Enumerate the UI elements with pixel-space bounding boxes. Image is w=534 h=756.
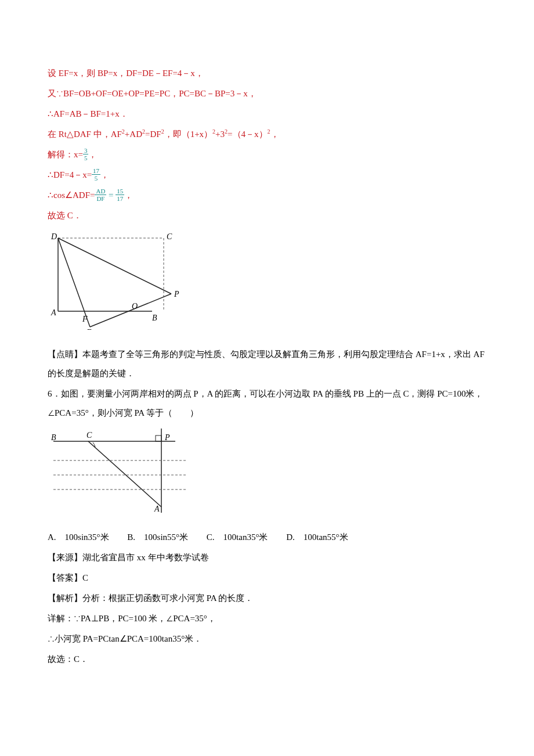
sol-line-5: 解得：x=35， (48, 145, 486, 164)
denominator: 17 (116, 195, 124, 202)
svg-text:A: A (154, 505, 160, 513)
text: ， (100, 170, 109, 179)
question-6-options: A. 100sin35°米 B. 100sin55°米 C. 100tan35°… (48, 528, 486, 547)
svg-rect-18 (156, 435, 161, 441)
text: +3 (215, 129, 225, 139)
analysis-text: 【解析】分析：根据正切函数可求小河宽 PA 的长度． (48, 589, 486, 608)
text: ， (88, 150, 97, 159)
sol-line-7: ∴cos∠ADF=ADDF = 1517， (48, 186, 486, 205)
svg-text:E: E (86, 328, 92, 330)
question-6-stem: 6．如图，要测量小河两岸相对的两点 P，A 的距离，可以在小河边取 PA 的垂线… (48, 384, 486, 423)
svg-text:B: B (51, 433, 56, 442)
numerator: 17 (92, 167, 100, 175)
option-b: B. 100sin55°米 (127, 532, 188, 542)
dianjing-text: 【点睛】本题考查了全等三角形的判定与性质、勾股定理以及解直角三角形，利用勾股定理… (48, 345, 486, 383)
answer-text: 【答案】C (48, 568, 486, 588)
sol-line-4: 在 Rt△DAF 中，AF2+AD2=DF2，即（1+x）2+32=（4－x）2… (48, 125, 486, 144)
fraction: ADDF (95, 188, 106, 202)
svg-line-5 (90, 294, 171, 327)
sol-line-2: 又∵BF=OB+OF=OE+OP=PE=PC，PC=BC－BP=3－x， (48, 84, 486, 103)
option-d: D. 100tan55°米 (286, 532, 348, 542)
denominator: 5 (83, 154, 89, 161)
text: 在 Rt△DAF 中，AF (48, 129, 122, 139)
sol-line-6: ∴DF=4－x=175， (48, 165, 486, 185)
fraction: 175 (92, 167, 100, 182)
sol-line-8: 故选 C． (48, 206, 486, 225)
detail-1: 详解：∵PA⊥PB，PC=100 米，∠PCA=35°， (48, 609, 486, 628)
option-c: C. 100tan35°米 (207, 532, 268, 542)
svg-text:A: A (50, 308, 56, 317)
text: ∴cos∠ADF= (48, 190, 95, 200)
fraction: 35 (83, 147, 89, 161)
text: ， (124, 190, 133, 200)
text: =DF (145, 129, 161, 139)
text: 解得：x= (48, 150, 83, 159)
text: ， (270, 129, 279, 139)
numerator: AD (95, 188, 106, 195)
svg-text:P: P (164, 433, 170, 442)
text: +AD (125, 129, 142, 139)
figure-triangle-dcp: D C A F E O B P (48, 231, 486, 337)
sol-line-3: ∴AF=AB－BF=1+x． (48, 105, 486, 124)
numerator: 3 (83, 147, 89, 154)
text: = (106, 190, 116, 200)
text: ∴DF=4－x= (48, 170, 92, 179)
svg-text:C: C (86, 431, 92, 440)
detail-3: 故选：C． (48, 650, 486, 669)
detail-2: ∴小河宽 PA=PCtan∠PCA=100tan35°米． (48, 629, 486, 649)
svg-text:O: O (132, 302, 138, 311)
option-a: A. 100sin35°米 (48, 532, 109, 542)
svg-text:P: P (174, 290, 179, 298)
svg-text:D: D (50, 232, 57, 241)
svg-text:F: F (82, 315, 88, 323)
text: =（4－x） (228, 129, 267, 139)
numerator: 15 (116, 188, 124, 195)
figure-river: B C P A (48, 429, 486, 520)
denominator: DF (95, 195, 106, 202)
text: ，即（1+x） (164, 129, 212, 139)
denominator: 5 (92, 175, 100, 182)
sol-line-1: 设 EF=x，则 BP=x，DF=DE－EF=4－x， (48, 64, 486, 83)
fraction: 1517 (116, 188, 124, 202)
svg-text:C: C (167, 232, 172, 241)
svg-line-17 (88, 441, 161, 507)
source-text: 【来源】湖北省宜昌市 xx 年中考数学试卷 (48, 548, 486, 567)
svg-text:B: B (152, 314, 157, 322)
